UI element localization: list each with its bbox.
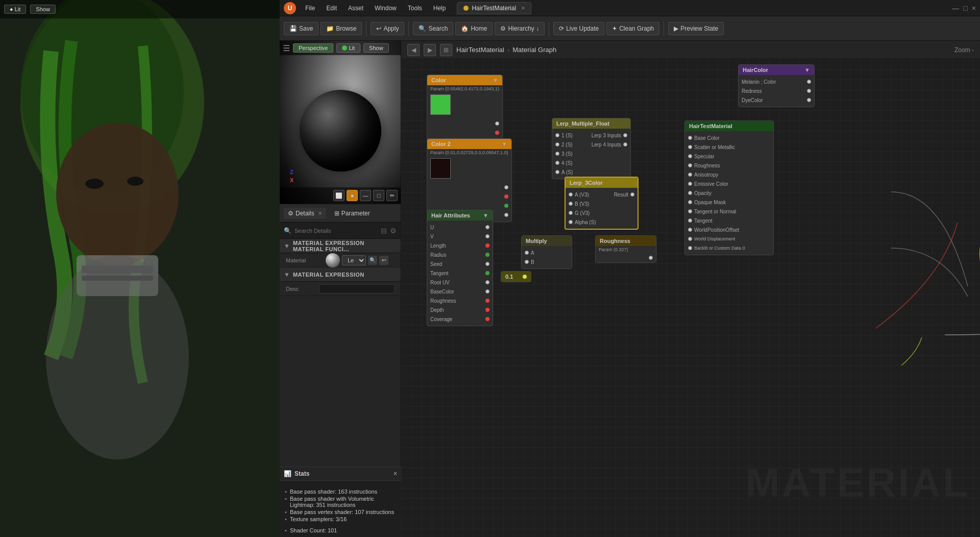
browse-button[interactable]: 📁 Browse [321,22,362,35]
maximize-button[interactable]: □ [963,4,967,12]
details-tab-close[interactable]: × [318,210,322,217]
node-color1-r [427,128,502,137]
svg-point-3 [56,123,179,265]
main-wpo: WorldPositionOffset [685,225,773,234]
search-label: Search [428,25,448,32]
stats-header: 📊 Stats × [280,467,401,481]
settings-icon: ⚙ [288,210,293,217]
details-tab[interactable]: ⚙ Details × [284,208,326,219]
desc-input[interactable] [319,284,395,294]
show-button[interactable]: Show [363,43,389,53]
table-view-icon[interactable]: ⊟ [381,227,387,235]
breadcrumb-path: HairTestMaterial › Material Graph [456,46,556,54]
parameter-tab[interactable]: ⊞ Parameter [330,208,374,219]
preview-state-button[interactable]: ▶ Preview State [668,22,724,35]
node-graph[interactable]: MATERIAL [401,59,980,537]
node-hair-attr-collapse[interactable]: ▼ [483,212,488,218]
search-icon: 🔍 [419,25,426,32]
stats-item-3: Texture samplers: 3/16 [284,516,397,523]
collapse-icon: ▼ [284,242,290,250]
breadcrumb-root[interactable]: HairTestMaterial [456,46,504,54]
tab-label: HairTestMaterial [472,5,516,12]
main-anisotropy: Anisotropy [685,170,773,179]
multiply-a: A [522,248,572,257]
preview-icon-4[interactable]: □ [373,190,384,201]
apply-button[interactable]: ↩ Apply [371,22,404,35]
search-button[interactable]: 🔍 Search [413,22,453,35]
breadcrumb-leaf[interactable]: Material Graph [512,46,556,54]
node-lerp-pin4: 4 (S) [552,158,630,167]
node-lerp3color: Lerp_3Color A (V3)Result B (V3) G (V3) [565,177,639,230]
main-basecolor: Base Color [685,133,773,142]
node-roughness: Roughness Param (0.327) [595,235,656,263]
clean-graph-button[interactable]: ✦ Clean Graph [606,22,659,35]
reset-icon-btn[interactable]: ↩ [379,256,388,265]
hierarchy-label: Hierarchy ↓ [508,25,539,32]
main-tangent: Tangent [685,216,773,225]
live-update-button[interactable]: ⟳ Live Update [553,22,604,35]
menu-window[interactable]: Window [370,3,402,14]
main-roughness: Roughness [685,161,773,170]
node-lerp3color-title: Lerp_3Color [570,180,603,186]
x-axis: X [290,177,293,183]
stats-close-button[interactable]: × [394,470,397,477]
home-button[interactable]: 🏠 Home [455,22,493,35]
menu-asset[interactable]: Asset [343,3,369,14]
node-haircolor-redness: Redness [739,86,814,95]
section-mat-expression[interactable]: ▼ MATERIAL EXPRESSION [280,267,401,282]
menu-edit[interactable]: Edit [321,3,342,14]
hair-u: U [427,223,493,232]
xyz-gizmo: Z X [290,169,293,183]
node-color2-out [427,183,511,192]
node-lerp-pin1: 1 (S)Lerp 3 Inputs [552,131,630,140]
back-button[interactable]: ◀ [407,44,420,56]
menu-tools[interactable]: Tools [403,3,427,14]
preview-menu-icon[interactable]: ☰ [283,43,290,53]
minimize-button[interactable]: — [952,4,959,12]
section-mat-expr-title: MATERIAL EXPRESSION MATERIAL FUNCI... [293,240,397,252]
material-dropdown[interactable]: Le [342,255,366,265]
toolbar-sep-3 [549,21,549,36]
node-hair-attr-header: Hair Attributes ▼ [427,210,493,221]
grid-button[interactable]: ⊞ [440,44,452,56]
node-lerp3color-header: Lerp_3Color [566,178,638,188]
home-icon: 🏠 [461,25,469,32]
node-lerp-multi-header: Lerp_Multiple_Float [552,118,630,129]
show-button[interactable]: Show [30,5,56,14]
node-haircolor-collapse[interactable]: ▼ [804,67,810,73]
node-lerp-pin3: 3 (S) [552,149,630,158]
node-color2-subtitle: Param (0.01,0.02729,0.0,0.09547,1.0) [427,149,511,156]
settings-icon[interactable]: ⚙ [390,227,397,235]
menu-file[interactable]: File [300,3,320,14]
unreal-logo: U [284,2,296,14]
toolbar-sep-1 [366,21,366,36]
node-lerp-multi-body: 1 (S)Lerp 3 Inputs 2 (S)Lerp 4 Inputs 3 … [552,129,630,179]
close-button[interactable]: × [972,4,976,12]
tab-close-button[interactable]: × [521,5,525,12]
perspective-button[interactable]: Perspective [293,43,333,53]
node-color1-collapse[interactable]: ▼ [493,77,498,83]
preview-sphere-bg [280,41,401,204]
menu-help[interactable]: Help [428,3,451,14]
stats-title: Stats [295,470,309,477]
preview-icon-2[interactable]: ● [347,190,358,201]
hierarchy-button[interactable]: ⚙ Hierarchy ↓ [495,22,545,35]
hair-v: V [427,232,493,241]
save-button[interactable]: 💾 Save [284,22,318,35]
lit-button[interactable]: Lit [336,43,360,53]
apply-label: Apply [383,25,399,32]
preview-icon-1[interactable]: ⬜ [333,190,345,201]
node-color2-collapse[interactable]: ▼ [502,141,507,147]
preview-icon-5[interactable]: ✏ [386,190,398,201]
apply-icon: ↩ [376,25,381,32]
lit-button[interactable]: ● Lit [4,5,26,14]
forward-button[interactable]: ▶ [424,44,436,56]
node-color2-swatch [430,158,451,179]
lerp3-a: A (V3)Result [566,190,638,199]
preview-icon-3[interactable]: — [360,190,371,201]
search-details-input[interactable] [295,228,378,234]
clean-graph-icon: ✦ [612,25,617,32]
section-mat-expr[interactable]: ▼ MATERIAL EXPRESSION MATERIAL FUNCI... [280,239,401,253]
zoom-icon-btn[interactable]: 🔍 [368,256,377,265]
node-lerp-pinA: A (S) [552,167,630,177]
